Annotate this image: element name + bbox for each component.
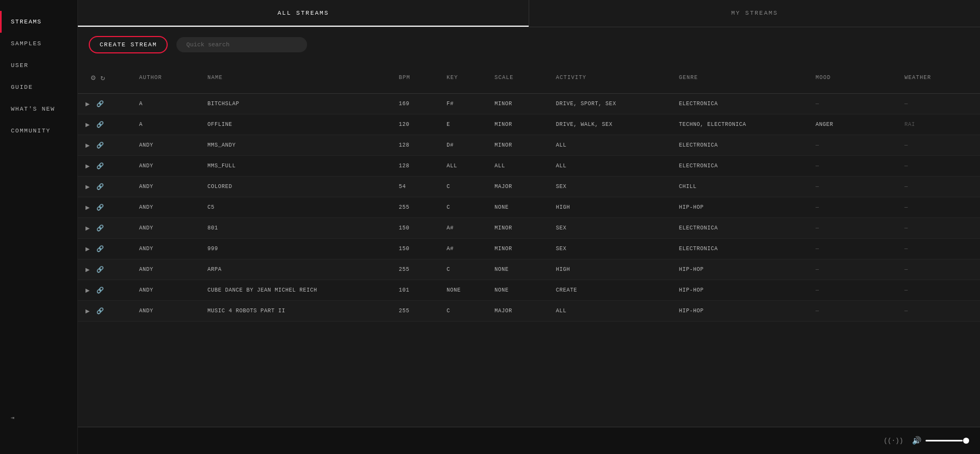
play-row-button[interactable]: ▶ [84, 100, 91, 108]
table-row[interactable]: ▶ 🔗 A OFFLINE 120 E MINOR DRIVE, WALK, S… [78, 114, 980, 135]
table-row[interactable]: ▶ 🔗 ANDY MMS_ANDY 128 D# MINOR ALL ELECT… [78, 135, 980, 156]
player-right-controls: ((·)) 🔊 [884, 436, 969, 445]
link-row-button[interactable]: 🔗 [95, 286, 105, 295]
row-actions: ▶ 🔗 [78, 218, 132, 239]
row-activity: ALL [549, 301, 672, 322]
table-row[interactable]: ▶ 🔗 ANDY MUSIC 4 ROBOTS PART II 255 C MA… [78, 301, 980, 322]
play-row-button[interactable]: ▶ [84, 183, 91, 191]
play-row-button[interactable]: ▶ [84, 141, 91, 149]
table-row[interactable]: ▶ 🔗 ANDY CUBE DANCE BY JEAN MICHEL REICH… [78, 280, 980, 301]
row-key: C [440, 177, 488, 197]
row-genre: TECHNO, ELECTRONICA [672, 114, 809, 135]
row-mood: — [809, 259, 898, 280]
link-row-button[interactable]: 🔗 [95, 223, 105, 233]
row-mood: — [809, 135, 898, 156]
row-author: ANDY [132, 218, 201, 239]
table-row[interactable]: ▶ 🔗 ANDY COLORED 54 C MAJOR SEX CHILL — … [78, 177, 980, 197]
tab-all-streams[interactable]: ALL STREAMS [78, 0, 529, 27]
tab-my-streams[interactable]: MY STREAMS [529, 0, 980, 27]
row-actions: ▶ 🔗 [78, 259, 132, 280]
row-author: ANDY [132, 177, 201, 197]
row-scale: NONE [488, 197, 549, 218]
row-weather: — [898, 218, 980, 239]
table-row[interactable]: ▶ 🔗 ANDY C5 255 C NONE HIGH HIP-HOP — — [78, 197, 980, 218]
row-name: C5 [201, 197, 392, 218]
link-row-button[interactable]: 🔗 [95, 141, 105, 150]
row-bpm: 128 [392, 135, 440, 156]
logout-button[interactable]: ⇥ [11, 414, 15, 421]
play-row-button[interactable]: ▶ [84, 307, 91, 315]
volume-control: 🔊 [912, 436, 969, 445]
row-activity: SEX [549, 218, 672, 239]
row-scale: MAJOR [488, 301, 549, 322]
play-row-button[interactable]: ▶ [84, 203, 91, 211]
search-input[interactable] [176, 37, 307, 52]
row-mood: — [809, 156, 898, 177]
play-row-button[interactable]: ▶ [84, 286, 91, 294]
row-author: ANDY [132, 156, 201, 177]
link-row-button[interactable]: 🔗 [95, 120, 105, 129]
row-weather: — [898, 301, 980, 322]
link-row-button[interactable]: 🔗 [95, 203, 105, 212]
play-row-button[interactable]: ▶ [84, 162, 91, 170]
row-name: COLORED [201, 177, 392, 197]
col-header-mood: MOOD [809, 62, 898, 94]
row-key: NONE [440, 280, 488, 301]
link-row-button[interactable]: 🔗 [95, 99, 105, 108]
row-author: A [132, 114, 201, 135]
row-actions: ▶ 🔗 [78, 301, 132, 322]
play-row-button[interactable]: ▶ [84, 120, 91, 129]
table-header: ⚙ ↻ AUTHOR NAME BPM KEY [78, 62, 980, 94]
row-genre: ELECTRONICA [672, 218, 809, 239]
row-genre: HIP-HOP [672, 280, 809, 301]
refresh-icon[interactable]: ↻ [100, 73, 105, 82]
row-genre: ELECTRONICA [672, 135, 809, 156]
link-row-button[interactable]: 🔗 [95, 182, 105, 191]
settings-icon[interactable]: ⚙ [91, 73, 96, 82]
col-header-author: AUTHOR [132, 62, 201, 94]
row-actions: ▶ 🔗 [78, 94, 132, 114]
row-mood: — [809, 177, 898, 197]
link-row-button[interactable]: 🔗 [95, 265, 105, 274]
sidebar-item-guide[interactable]: GUIDE [0, 76, 77, 98]
play-row-button[interactable]: ▶ [84, 265, 91, 274]
volume-knob [963, 438, 969, 444]
table-row[interactable]: ▶ 🔗 ANDY 801 150 A# MINOR SEX ELECTRONIC… [78, 218, 980, 239]
row-mood: — [809, 197, 898, 218]
toolbar: CREATE STREAM [78, 27, 980, 62]
sidebar-item-samples[interactable]: SAMPLES [0, 33, 77, 55]
row-author: ANDY [132, 197, 201, 218]
row-name: ARPA [201, 259, 392, 280]
row-mood: — [809, 239, 898, 259]
table-row[interactable]: ▶ 🔗 A BITCHSLAP 169 F# MINOR DRIVE, SPOR… [78, 94, 980, 114]
create-stream-button[interactable]: CREATE STREAM [89, 36, 168, 53]
row-mood: — [809, 301, 898, 322]
row-activity: HIGH [549, 259, 672, 280]
sidebar-item-whats-new[interactable]: WHAT'S NEW [0, 98, 77, 120]
row-activity: DRIVE, WALK, SEX [549, 114, 672, 135]
col-header-bpm: BPM [392, 62, 440, 94]
volume-slider[interactable] [926, 440, 969, 441]
sidebar-item-community[interactable]: COMMUNITY [0, 120, 77, 142]
row-key: ALL [440, 156, 488, 177]
row-key: A# [440, 239, 488, 259]
row-scale: MINOR [488, 135, 549, 156]
row-scale: ALL [488, 156, 549, 177]
row-name: 999 [201, 239, 392, 259]
table-row[interactable]: ▶ 🔗 ANDY ARPA 255 C NONE HIGH HIP-HOP — … [78, 259, 980, 280]
logout-icon: ⇥ [11, 415, 15, 421]
play-row-button[interactable]: ▶ [84, 224, 91, 232]
link-row-button[interactable]: 🔗 [95, 244, 105, 253]
row-key: C [440, 259, 488, 280]
row-weather: — [898, 156, 980, 177]
row-weather: RAI [898, 114, 980, 135]
table-row[interactable]: ▶ 🔗 ANDY 999 150 A# MINOR SEX ELECTRONIC… [78, 239, 980, 259]
sidebar-item-streams[interactable]: STREAMS [0, 11, 77, 33]
play-row-button[interactable]: ▶ [84, 245, 91, 253]
sidebar-item-user[interactable]: USER [0, 55, 77, 76]
link-row-button[interactable]: 🔗 [95, 161, 105, 171]
volume-fill [926, 440, 963, 441]
row-bpm: 128 [392, 156, 440, 177]
link-row-button[interactable]: 🔗 [95, 306, 105, 316]
table-row[interactable]: ▶ 🔗 ANDY MMS_FULL 128 ALL ALL ALL ELECTR… [78, 156, 980, 177]
